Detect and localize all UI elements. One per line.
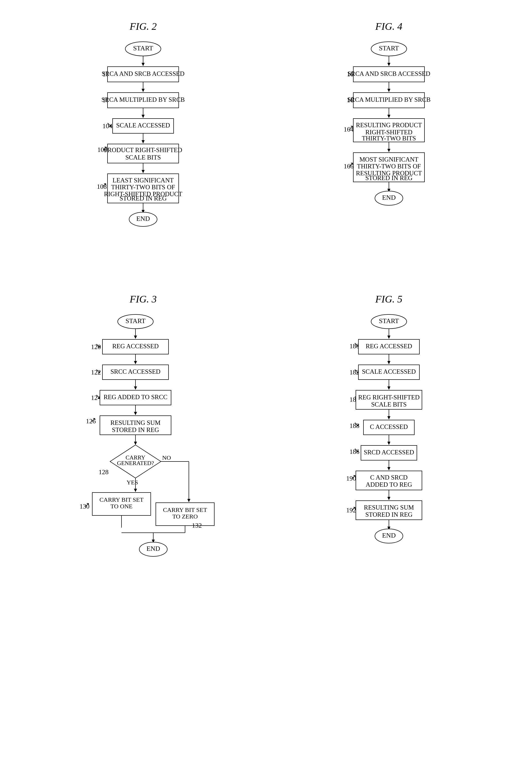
- svg-text:C ACCESSED: C ACCESSED: [370, 423, 408, 430]
- svg-text:C AND SRCD: C AND SRCD: [370, 474, 407, 481]
- svg-marker-3: [141, 63, 144, 66]
- svg-text:SRCA MULTIPLIED BY SRCB: SRCA MULTIPLIED BY SRCB: [347, 96, 430, 103]
- svg-text:MOST SIGNIFICANT: MOST SIGNIFICANT: [360, 156, 418, 163]
- svg-text:REG ADDED TO SRCC: REG ADDED TO SRCC: [104, 393, 167, 400]
- svg-text:END: END: [136, 215, 150, 222]
- svg-marker-79: [134, 336, 137, 339]
- svg-marker-160: [388, 442, 391, 445]
- svg-text:START: START: [126, 317, 145, 325]
- fig4-flowchart: START 160 ↘ SRCA AND SRCB ACCESSED 162 ↘…: [325, 39, 452, 268]
- svg-text:↗: ↗: [84, 501, 90, 508]
- svg-text:RESULTING PRODUCT: RESULTING PRODUCT: [356, 122, 422, 129]
- fig2-title: FIG. 2: [36, 20, 251, 32]
- svg-text:START: START: [379, 45, 399, 52]
- svg-text:SRCC ACCESSED: SRCC ACCESSED: [111, 368, 161, 375]
- svg-text:↗: ↗: [351, 473, 356, 480]
- svg-text:SCALE BITS: SCALE BITS: [125, 154, 161, 161]
- svg-text:LEAST SIGNIFICANT: LEAST SIGNIFICANT: [113, 177, 174, 184]
- svg-marker-166: [388, 467, 391, 470]
- svg-text:RIGHT-SHIFTED: RIGHT-SHIFTED: [365, 129, 412, 136]
- svg-text:CARRY BIT SET: CARRY BIT SET: [163, 506, 207, 513]
- svg-text:YES: YES: [127, 479, 138, 486]
- svg-marker-9: [141, 89, 144, 92]
- svg-text:SRCA AND SRCB ACCESSED: SRCA AND SRCB ACCESSED: [102, 70, 184, 77]
- svg-text:↘: ↘: [354, 420, 360, 428]
- svg-text:SRCD ACCESSED: SRCD ACCESSED: [364, 449, 414, 456]
- svg-text:↘: ↘: [354, 446, 360, 454]
- svg-marker-115: [187, 499, 190, 502]
- svg-marker-104: [134, 442, 137, 445]
- svg-text:↗: ↗: [351, 505, 356, 512]
- figure-4: FIG. 4 START 160 ↘ SRCA AND SRCB ACCESSE…: [266, 15, 512, 273]
- svg-marker-173: [388, 497, 391, 500]
- fig5-title: FIG. 5: [281, 293, 497, 305]
- svg-text:ADDED TO REG: ADDED TO REG: [366, 481, 412, 488]
- svg-marker-91: [134, 386, 137, 390]
- svg-text:NO: NO: [162, 454, 171, 461]
- svg-marker-112: [134, 489, 137, 492]
- figure-3: FIG. 3 START 120 ↘ REG ACCESSED 122: [20, 288, 266, 609]
- svg-marker-15: [141, 115, 144, 118]
- svg-text:↗: ↗: [348, 161, 354, 168]
- svg-text:GENERATED?: GENERATED?: [117, 460, 154, 466]
- svg-text:↘: ↘: [95, 342, 101, 349]
- svg-marker-97: [134, 412, 137, 415]
- svg-text:REG ACCESSED: REG ACCESSED: [366, 343, 412, 350]
- svg-text:END: END: [382, 194, 396, 201]
- svg-text:REG RIGHT-SHIFTED: REG RIGHT-SHIFTED: [358, 394, 419, 401]
- svg-text:RESULTING SUM: RESULTING SUM: [364, 504, 414, 511]
- svg-text:START: START: [133, 45, 153, 52]
- svg-marker-44: [388, 63, 391, 66]
- fig4-title: FIG. 4: [281, 20, 497, 32]
- svg-text:↗: ↗: [91, 416, 96, 423]
- svg-text:SCALE ACCESSED: SCALE ACCESSED: [116, 122, 170, 129]
- svg-text:↘: ↘: [107, 121, 112, 128]
- svg-marker-64: [388, 149, 391, 152]
- svg-text:THIRTY-TWO BITS OF: THIRTY-TWO BITS OF: [111, 184, 175, 191]
- svg-marker-135: [388, 336, 391, 339]
- svg-text:↗: ↗: [348, 124, 354, 131]
- svg-text:REG ACCESSED: REG ACCESSED: [112, 343, 159, 350]
- svg-text:PRODUCT RIGHT-SHIFTED: PRODUCT RIGHT-SHIFTED: [104, 147, 182, 153]
- svg-text:END: END: [147, 545, 160, 552]
- fig3-flowchart: START 120 ↘ REG ACCESSED 122 ↘ SRCC ACCE…: [64, 312, 222, 578]
- svg-text:TO ZERO: TO ZERO: [172, 513, 198, 520]
- svg-text:SCALE ACCESSED: SCALE ACCESSED: [362, 368, 416, 375]
- svg-marker-141: [388, 361, 391, 364]
- svg-text:RESULTING SUM: RESULTING SUM: [111, 419, 161, 426]
- svg-text:CARRY BIT SET: CARRY BIT SET: [100, 496, 144, 503]
- svg-text:STORED IN REG: STORED IN REG: [120, 195, 167, 202]
- page: FIG. 2 START 100 ↘ SRCA AND SRCB ACCESSE…: [0, 0, 532, 765]
- svg-marker-56: [388, 115, 391, 118]
- svg-marker-21: [141, 140, 144, 144]
- svg-text:SRCA AND SRCB ACCESSED: SRCA AND SRCB ACCESSED: [348, 70, 430, 77]
- fig5-flowchart: START 180 ↘ REG ACCESSED 182 ↘ SCALE ACC…: [325, 312, 452, 604]
- svg-marker-147: [388, 386, 391, 390]
- svg-text:START: START: [379, 317, 399, 325]
- svg-text:STORED IN REG: STORED IN REG: [112, 426, 159, 433]
- svg-text:THIRTY-TWO BITS: THIRTY-TWO BITS: [362, 135, 416, 142]
- svg-text:STORED IN REG: STORED IN REG: [365, 175, 412, 181]
- svg-marker-154: [388, 416, 391, 419]
- svg-text:THIRTY-TWO BITS OF: THIRTY-TWO BITS OF: [357, 163, 421, 170]
- svg-text:TO ONE: TO ONE: [111, 503, 133, 509]
- svg-text:128: 128: [99, 468, 109, 476]
- svg-text:↘: ↘: [95, 368, 101, 375]
- fig3-title: FIG. 3: [28, 293, 258, 305]
- figure-2: FIG. 2 START 100 ↘ SRCA AND SRCB ACCESSE…: [20, 15, 266, 273]
- fig2-flowchart: START 100 ↘ SRCA AND SRCB ACCESSED 102 ↘…: [80, 39, 207, 268]
- svg-marker-50: [388, 89, 391, 92]
- svg-marker-85: [134, 361, 137, 364]
- svg-text:SRCA MULTIPLIED BY SRCB: SRCA MULTIPLIED BY SRCB: [102, 96, 185, 103]
- svg-text:END: END: [382, 532, 396, 539]
- figure-5: FIG. 5 START 180 ↘ REG ACCESSED 182: [266, 288, 512, 609]
- svg-text:132: 132: [192, 522, 202, 529]
- svg-text:STORED IN REG: STORED IN REG: [365, 511, 412, 518]
- svg-text:↗: ↗: [102, 181, 107, 189]
- svg-text:SCALE BITS: SCALE BITS: [371, 401, 407, 408]
- svg-marker-28: [141, 170, 144, 173]
